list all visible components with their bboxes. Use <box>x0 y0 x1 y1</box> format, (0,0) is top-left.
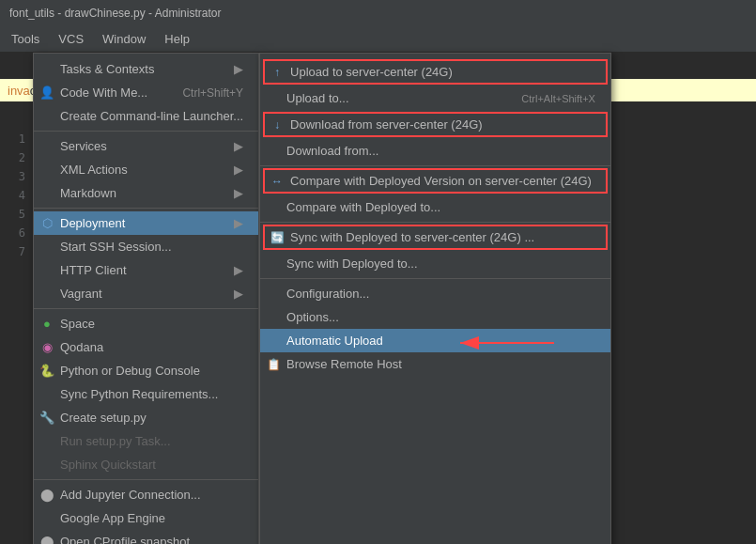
code-with-me-icon: 👤 <box>39 85 54 100</box>
jupyter-icon: ⬤ <box>39 488 54 502</box>
separator-2 <box>34 208 258 209</box>
upload-to-label: Upload to... <box>286 91 349 105</box>
services-arrow: ▶ <box>234 139 243 153</box>
google-app-label: Google App Engine <box>60 511 165 525</box>
separator-1 <box>34 131 258 132</box>
submenu-sync-server-center[interactable]: 🔄 Sync with Deployed to server-center (2… <box>264 225 607 249</box>
submenu-compare-deployed[interactable]: ↔ Compare with Deployed Version on serve… <box>264 169 607 193</box>
qodana-icon: ◉ <box>39 340 54 354</box>
menu-item-code-with-me[interactable]: 👤 Code With Me... Ctrl+Shift+Y <box>34 81 258 104</box>
run-setup-label: Run setup.py Task... <box>60 434 171 448</box>
menu-bar: Tools VCS Window Help <box>0 26 756 53</box>
markdown-label: Markdown <box>60 186 116 200</box>
tasks-label: Tasks & Contexts <box>60 62 154 76</box>
submenu-download-from[interactable]: Download from... <box>260 139 610 163</box>
menu-item-google-app[interactable]: Google App Engine <box>34 506 258 530</box>
submenu-upload-server-center[interactable]: ↑ Upload to server-center (24G) <box>264 60 607 84</box>
automatic-upload-label: Automatic Upload <box>286 334 383 348</box>
submenu-options[interactable]: Options... <box>260 305 610 329</box>
submenu-sync-to[interactable]: Sync with Deployed to... <box>260 252 610 275</box>
create-setup-icon: 🔧 <box>39 411 54 425</box>
submenu-sep-1 <box>260 165 610 166</box>
menu-item-sync-requirements[interactable]: Sync Python Requirements... <box>34 382 258 406</box>
menu-item-cprofile[interactable]: ⬤ Open CProfile snapshot <box>34 530 258 544</box>
compare-to-label: Compare with Deployed to... <box>286 200 440 214</box>
deployment-submenu: ↑ Upload to server-center (24G) Upload t… <box>259 53 611 544</box>
code-with-me-shortcut: Ctrl+Shift+Y <box>163 86 243 100</box>
menu-item-python-console[interactable]: 🐍 Python or Debug Console <box>34 359 258 382</box>
download-server-label: Download from server-center (24G) <box>290 117 482 132</box>
deployment-arrow: ▶ <box>234 216 243 230</box>
sync-server-icon: 🔄 <box>270 231 285 244</box>
separator-4 <box>34 479 258 480</box>
browse-remote-icon: 📋 <box>266 358 281 371</box>
menu-item-ssh[interactable]: Start SSH Session... <box>34 235 258 258</box>
upload-server-icon: ↑ <box>270 66 285 79</box>
menu-item-run-setup: Run setup.py Task... <box>34 429 258 453</box>
deployment-icon: ⬡ <box>39 216 54 230</box>
cprofile-icon: ⬤ <box>39 535 54 544</box>
python-console-label: Python or Debug Console <box>60 364 200 378</box>
menu-item-add-jupyter[interactable]: ⬤ Add Jupyter Connection... <box>34 483 258 506</box>
download-server-icon: ↓ <box>270 118 285 132</box>
qodana-label: Qodana <box>60 340 103 354</box>
submenu-configuration[interactable]: Configuration... <box>260 282 610 305</box>
upload-server-label: Upload to server-center (24G) <box>290 65 453 79</box>
http-label: HTTP Client <box>60 263 127 277</box>
dropdown-container: Tasks & Contexts ▶ 👤 Code With Me... Ctr… <box>33 53 611 544</box>
menu-item-vagrant[interactable]: Vagrant ▶ <box>34 282 258 305</box>
compare-deployed-icon: ↔ <box>270 175 285 188</box>
menu-vcs[interactable]: VCS <box>49 28 93 50</box>
ssh-label: Start SSH Session... <box>60 240 172 254</box>
menu-item-create-cli[interactable]: Create Command-line Launcher... <box>34 104 258 128</box>
create-setup-label: Create setup.py <box>60 411 147 425</box>
tasks-arrow: ▶ <box>234 62 243 76</box>
menu-item-sphinx: Sphinx Quickstart <box>34 453 258 476</box>
sync-server-label: Sync with Deployed to server-center (24G… <box>290 230 534 244</box>
xml-actions-label: XML Actions <box>60 163 128 177</box>
menu-item-space[interactable]: ● Space <box>34 312 258 335</box>
tools-dropdown: Tasks & Contexts ▶ 👤 Code With Me... Ctr… <box>33 53 259 544</box>
space-label: Space <box>60 317 95 331</box>
submenu-compare-to[interactable]: Compare with Deployed to... <box>260 195 610 219</box>
menu-window[interactable]: Window <box>93 28 155 50</box>
submenu-upload-to[interactable]: Upload to... Ctrl+Alt+Shift+X <box>260 86 610 110</box>
cprofile-label: Open CProfile snapshot <box>60 535 190 544</box>
separator-3 <box>34 308 258 309</box>
menu-item-qodana[interactable]: ◉ Qodana <box>34 335 258 359</box>
menu-item-create-setup[interactable]: 🔧 Create setup.py <box>34 406 258 429</box>
download-from-label: Download from... <box>286 144 378 158</box>
menu-item-tasks[interactable]: Tasks & Contexts ▶ <box>34 57 258 81</box>
sync-to-label: Sync with Deployed to... <box>286 256 417 271</box>
markdown-arrow: ▶ <box>234 186 243 200</box>
code-with-me-label: Code With Me... <box>60 85 147 100</box>
vagrant-label: Vagrant <box>60 287 102 301</box>
submenu-download-server-center[interactable]: ↓ Download from server-center (24G) <box>264 113 607 136</box>
menu-tools[interactable]: Tools <box>2 28 49 50</box>
submenu-sep-2 <box>260 222 610 223</box>
configuration-label: Configuration... <box>286 287 369 301</box>
title-bar: font_utils - drawChinese.py - Administra… <box>0 0 756 26</box>
submenu-sep-3 <box>260 278 610 279</box>
sync-requirements-label: Sync Python Requirements... <box>60 387 218 401</box>
compare-deployed-label: Compare with Deployed Version on server-… <box>290 174 592 188</box>
http-arrow: ▶ <box>234 263 243 277</box>
menu-item-markdown[interactable]: Markdown ▶ <box>34 181 258 205</box>
annotation-arrow <box>451 329 563 385</box>
title-text: font_utils - drawChinese.py - Administra… <box>9 7 221 20</box>
menu-item-deployment[interactable]: ⬡ Deployment ▶ <box>34 211 258 235</box>
menu-item-http[interactable]: HTTP Client ▶ <box>34 258 258 282</box>
xml-arrow: ▶ <box>234 163 243 177</box>
python-icon: 🐍 <box>39 364 54 378</box>
menu-item-xml-actions[interactable]: XML Actions ▶ <box>34 158 258 181</box>
menu-item-services[interactable]: Services ▶ <box>34 134 258 158</box>
sphinx-label: Sphinx Quickstart <box>60 458 156 472</box>
menu-help[interactable]: Help <box>155 28 199 50</box>
add-jupyter-label: Add Jupyter Connection... <box>60 488 201 502</box>
upload-to-shortcut: Ctrl+Alt+Shift+X <box>493 93 595 104</box>
services-label: Services <box>60 139 107 153</box>
create-cli-label: Create Command-line Launcher... <box>60 109 243 123</box>
space-icon: ● <box>39 317 54 331</box>
deployment-label: Deployment <box>60 216 125 230</box>
vagrant-arrow: ▶ <box>234 287 243 301</box>
